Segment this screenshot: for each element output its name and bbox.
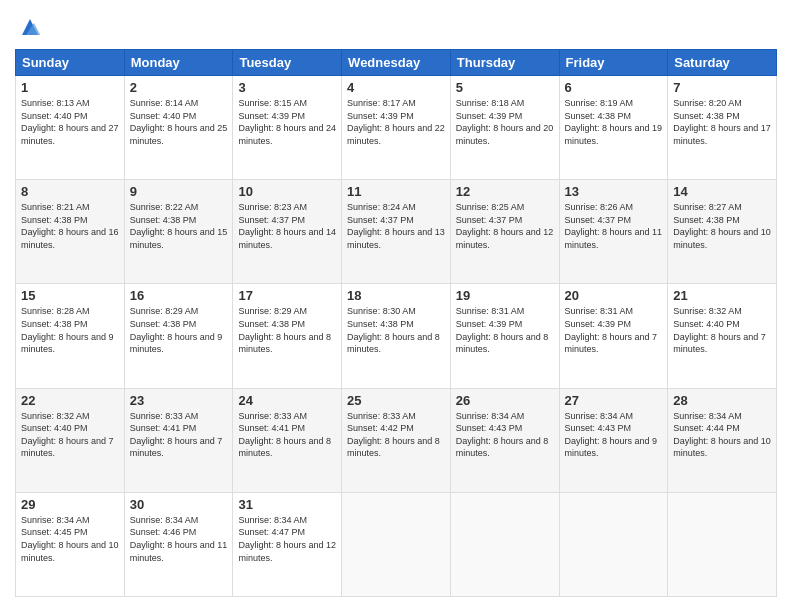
calendar-cell: 21 Sunrise: 8:32 AMSunset: 4:40 PMDaylig… <box>668 284 777 388</box>
day-info: Sunrise: 8:29 AMSunset: 4:38 PMDaylight:… <box>238 306 331 354</box>
calendar-cell: 23 Sunrise: 8:33 AMSunset: 4:41 PMDaylig… <box>124 388 233 492</box>
day-info: Sunrise: 8:33 AMSunset: 4:41 PMDaylight:… <box>130 411 223 459</box>
calendar-cell: 10 Sunrise: 8:23 AMSunset: 4:37 PMDaylig… <box>233 180 342 284</box>
calendar-cell: 16 Sunrise: 8:29 AMSunset: 4:38 PMDaylig… <box>124 284 233 388</box>
day-info: Sunrise: 8:34 AMSunset: 4:43 PMDaylight:… <box>456 411 549 459</box>
day-number: 11 <box>347 184 445 199</box>
day-number: 27 <box>565 393 663 408</box>
day-info: Sunrise: 8:20 AMSunset: 4:38 PMDaylight:… <box>673 98 771 146</box>
calendar-cell <box>668 492 777 596</box>
day-number: 25 <box>347 393 445 408</box>
day-info: Sunrise: 8:34 AMSunset: 4:46 PMDaylight:… <box>130 515 228 563</box>
day-info: Sunrise: 8:18 AMSunset: 4:39 PMDaylight:… <box>456 98 554 146</box>
day-info: Sunrise: 8:31 AMSunset: 4:39 PMDaylight:… <box>456 306 549 354</box>
calendar-cell: 19 Sunrise: 8:31 AMSunset: 4:39 PMDaylig… <box>450 284 559 388</box>
day-number: 21 <box>673 288 771 303</box>
day-info: Sunrise: 8:29 AMSunset: 4:38 PMDaylight:… <box>130 306 223 354</box>
calendar-cell: 27 Sunrise: 8:34 AMSunset: 4:43 PMDaylig… <box>559 388 668 492</box>
weekday-header-saturday: Saturday <box>668 50 777 76</box>
calendar-cell: 15 Sunrise: 8:28 AMSunset: 4:38 PMDaylig… <box>16 284 125 388</box>
calendar-cell: 9 Sunrise: 8:22 AMSunset: 4:38 PMDayligh… <box>124 180 233 284</box>
day-number: 7 <box>673 80 771 95</box>
day-info: Sunrise: 8:24 AMSunset: 4:37 PMDaylight:… <box>347 202 445 250</box>
day-info: Sunrise: 8:19 AMSunset: 4:38 PMDaylight:… <box>565 98 663 146</box>
calendar-cell <box>342 492 451 596</box>
day-info: Sunrise: 8:33 AMSunset: 4:42 PMDaylight:… <box>347 411 440 459</box>
day-number: 2 <box>130 80 228 95</box>
day-number: 29 <box>21 497 119 512</box>
logo <box>15 15 42 39</box>
day-number: 24 <box>238 393 336 408</box>
day-info: Sunrise: 8:26 AMSunset: 4:37 PMDaylight:… <box>565 202 663 250</box>
day-info: Sunrise: 8:27 AMSunset: 4:38 PMDaylight:… <box>673 202 771 250</box>
calendar-cell: 31 Sunrise: 8:34 AMSunset: 4:47 PMDaylig… <box>233 492 342 596</box>
page: SundayMondayTuesdayWednesdayThursdayFrid… <box>0 0 792 612</box>
day-info: Sunrise: 8:28 AMSunset: 4:38 PMDaylight:… <box>21 306 114 354</box>
calendar-cell: 18 Sunrise: 8:30 AMSunset: 4:38 PMDaylig… <box>342 284 451 388</box>
calendar-cell: 14 Sunrise: 8:27 AMSunset: 4:38 PMDaylig… <box>668 180 777 284</box>
day-number: 26 <box>456 393 554 408</box>
calendar-cell: 22 Sunrise: 8:32 AMSunset: 4:40 PMDaylig… <box>16 388 125 492</box>
weekday-header-monday: Monday <box>124 50 233 76</box>
day-number: 30 <box>130 497 228 512</box>
day-number: 3 <box>238 80 336 95</box>
weekday-header-tuesday: Tuesday <box>233 50 342 76</box>
calendar-cell: 13 Sunrise: 8:26 AMSunset: 4:37 PMDaylig… <box>559 180 668 284</box>
calendar-table: SundayMondayTuesdayWednesdayThursdayFrid… <box>15 49 777 597</box>
calendar-cell: 29 Sunrise: 8:34 AMSunset: 4:45 PMDaylig… <box>16 492 125 596</box>
day-number: 10 <box>238 184 336 199</box>
calendar-cell: 20 Sunrise: 8:31 AMSunset: 4:39 PMDaylig… <box>559 284 668 388</box>
day-number: 15 <box>21 288 119 303</box>
day-info: Sunrise: 8:14 AMSunset: 4:40 PMDaylight:… <box>130 98 228 146</box>
day-info: Sunrise: 8:25 AMSunset: 4:37 PMDaylight:… <box>456 202 554 250</box>
day-info: Sunrise: 8:32 AMSunset: 4:40 PMDaylight:… <box>21 411 114 459</box>
weekday-header-friday: Friday <box>559 50 668 76</box>
day-info: Sunrise: 8:23 AMSunset: 4:37 PMDaylight:… <box>238 202 336 250</box>
day-info: Sunrise: 8:34 AMSunset: 4:44 PMDaylight:… <box>673 411 771 459</box>
calendar-cell: 25 Sunrise: 8:33 AMSunset: 4:42 PMDaylig… <box>342 388 451 492</box>
calendar-cell: 17 Sunrise: 8:29 AMSunset: 4:38 PMDaylig… <box>233 284 342 388</box>
calendar-cell: 24 Sunrise: 8:33 AMSunset: 4:41 PMDaylig… <box>233 388 342 492</box>
day-number: 20 <box>565 288 663 303</box>
day-number: 16 <box>130 288 228 303</box>
calendar-cell: 11 Sunrise: 8:24 AMSunset: 4:37 PMDaylig… <box>342 180 451 284</box>
day-number: 1 <box>21 80 119 95</box>
weekday-header-sunday: Sunday <box>16 50 125 76</box>
calendar-cell <box>559 492 668 596</box>
calendar-cell <box>450 492 559 596</box>
day-number: 28 <box>673 393 771 408</box>
weekday-header-thursday: Thursday <box>450 50 559 76</box>
day-number: 13 <box>565 184 663 199</box>
calendar-cell: 7 Sunrise: 8:20 AMSunset: 4:38 PMDayligh… <box>668 76 777 180</box>
day-info: Sunrise: 8:22 AMSunset: 4:38 PMDaylight:… <box>130 202 228 250</box>
day-number: 5 <box>456 80 554 95</box>
day-number: 23 <box>130 393 228 408</box>
calendar-cell: 3 Sunrise: 8:15 AMSunset: 4:39 PMDayligh… <box>233 76 342 180</box>
calendar-cell: 28 Sunrise: 8:34 AMSunset: 4:44 PMDaylig… <box>668 388 777 492</box>
day-number: 8 <box>21 184 119 199</box>
day-info: Sunrise: 8:34 AMSunset: 4:45 PMDaylight:… <box>21 515 119 563</box>
day-number: 9 <box>130 184 228 199</box>
day-number: 12 <box>456 184 554 199</box>
calendar-cell: 26 Sunrise: 8:34 AMSunset: 4:43 PMDaylig… <box>450 388 559 492</box>
day-info: Sunrise: 8:30 AMSunset: 4:38 PMDaylight:… <box>347 306 440 354</box>
day-info: Sunrise: 8:34 AMSunset: 4:43 PMDaylight:… <box>565 411 658 459</box>
calendar-cell: 5 Sunrise: 8:18 AMSunset: 4:39 PMDayligh… <box>450 76 559 180</box>
calendar-cell: 12 Sunrise: 8:25 AMSunset: 4:37 PMDaylig… <box>450 180 559 284</box>
day-number: 6 <box>565 80 663 95</box>
calendar-cell: 4 Sunrise: 8:17 AMSunset: 4:39 PMDayligh… <box>342 76 451 180</box>
day-number: 17 <box>238 288 336 303</box>
weekday-header-wednesday: Wednesday <box>342 50 451 76</box>
header <box>15 15 777 39</box>
day-number: 22 <box>21 393 119 408</box>
day-info: Sunrise: 8:21 AMSunset: 4:38 PMDaylight:… <box>21 202 119 250</box>
calendar-cell: 30 Sunrise: 8:34 AMSunset: 4:46 PMDaylig… <box>124 492 233 596</box>
day-number: 31 <box>238 497 336 512</box>
calendar-cell: 1 Sunrise: 8:13 AMSunset: 4:40 PMDayligh… <box>16 76 125 180</box>
day-info: Sunrise: 8:17 AMSunset: 4:39 PMDaylight:… <box>347 98 445 146</box>
logo-icon <box>18 15 42 39</box>
calendar-cell: 2 Sunrise: 8:14 AMSunset: 4:40 PMDayligh… <box>124 76 233 180</box>
day-info: Sunrise: 8:34 AMSunset: 4:47 PMDaylight:… <box>238 515 336 563</box>
day-number: 4 <box>347 80 445 95</box>
day-number: 19 <box>456 288 554 303</box>
